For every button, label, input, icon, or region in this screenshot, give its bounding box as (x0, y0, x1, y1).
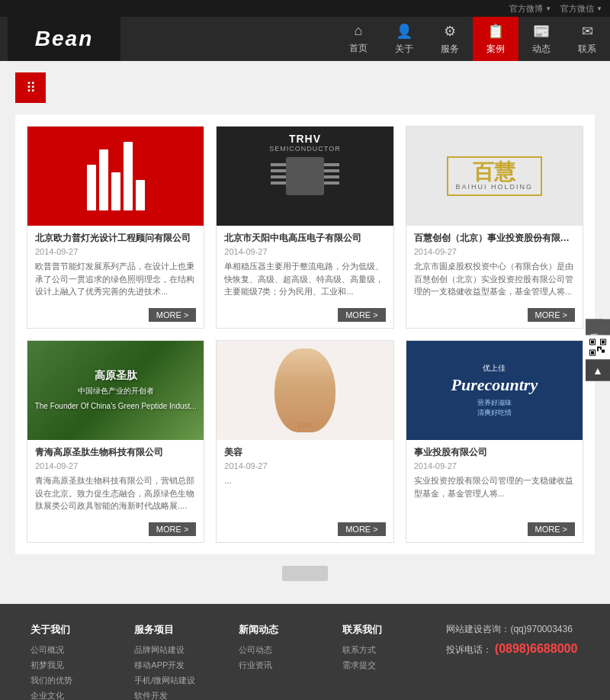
phone-label-text: 投诉电话： (446, 644, 492, 655)
youjia-top-text: 优上佳 (451, 363, 538, 374)
svg-rect-4 (271, 181, 286, 185)
footer-contact-title: 网站建设咨询：(qq)970003436 (446, 623, 580, 636)
footer-col-contact-info: 网站建设咨询：(qq)970003436 投诉电话： (0898)6688000 (446, 623, 580, 700)
case-image-3: 百慧 BAIHUI HOLDING (406, 127, 583, 226)
case-more-5: MORE > (217, 519, 393, 542)
weixin-label: 官方微信 (560, 3, 594, 14)
weibo-dropdown-icon: ▼ (545, 5, 551, 12)
footer-cols: 关于我们 公司概况 初梦我见 我们的优势 企业文化 服务项目 品牌网站建设 移动… (30, 623, 580, 700)
nav-item-news[interactable]: 📰 动态 (518, 17, 564, 61)
nav-item-service[interactable]: ⚙ 服务 (427, 17, 473, 61)
case-date-5: 2014-09-27 (224, 461, 385, 470)
more-btn-3[interactable]: MORE > (528, 308, 575, 322)
svg-rect-8 (324, 181, 339, 185)
logo[interactable]: Bean (8, 17, 120, 61)
header: Bean ⌂ 首页 👤 关于 ⚙ 服务 📋 案例 📰 动态 ✉ 联系 (0, 17, 610, 61)
case-more-3: MORE > (406, 304, 583, 328)
nav-item-about[interactable]: 👤 关于 (381, 17, 427, 61)
youjia-brand-text: Purecountry (451, 375, 538, 395)
svg-rect-7 (324, 175, 339, 178)
case-image-6: 优上佳 Purecountry 营养好滋味清爽好吃情 (406, 341, 583, 440)
footer-top: 关于我们 公司概况 初梦我见 我们的优势 企业文化 服务项目 品牌网站建设 移动… (0, 604, 610, 700)
case-date-2: 2014-09-27 (224, 247, 385, 256)
footer-link-service-1[interactable]: 品牌网站建设 (134, 644, 223, 656)
more-btn-6[interactable]: MORE > (528, 522, 575, 536)
case-title-3: 百慧创创（北京）事业投资股份有限公司 (414, 232, 575, 245)
more-btn-4[interactable]: MORE > (149, 522, 196, 536)
footer-link-about-4[interactable]: 企业文化 (30, 690, 119, 700)
more-btn-5[interactable]: MORE > (338, 522, 385, 536)
top-bar-links: 官方微博 ▼ 官方微信 ▼ (509, 3, 602, 14)
back-to-top-btn[interactable]: ▲ (586, 360, 610, 381)
right-sidebar: 客服 ▲ (586, 319, 610, 381)
bar1 (87, 165, 96, 210)
about-icon: 👤 (396, 23, 413, 40)
top-bar: 官方微博 ▼ 官方微信 ▼ (0, 0, 610, 17)
footer-link-news-2[interactable]: 行业资讯 (239, 660, 327, 671)
weibo-link[interactable]: 官方微博 ▼ (509, 3, 551, 14)
svg-rect-15 (602, 341, 605, 344)
baihui-cn-text: 百慧 (456, 162, 534, 183)
footer-link-contact-1[interactable]: 联系方式 (342, 644, 431, 656)
svg-rect-23 (600, 348, 602, 350)
youjia-slogan: 营养好滋味清爽好吃情 (451, 398, 538, 418)
main-nav: ⌂ 首页 👤 关于 ⚙ 服务 📋 案例 📰 动态 ✉ 联系 (336, 17, 610, 61)
svg-rect-25 (602, 350, 605, 353)
bar2 (99, 149, 108, 210)
bar4 (124, 142, 133, 210)
footer-link-about-2[interactable]: 初梦我见 (30, 660, 119, 671)
footer-link-about-1[interactable]: 公司概况 (30, 644, 119, 656)
case-title-6: 事业投股有限公司 (414, 446, 575, 459)
footer-link-news-1[interactable]: 公司动态 (239, 644, 327, 656)
footer-col-about: 关于我们 公司概况 初梦我见 我们的优势 企业文化 (30, 623, 119, 700)
more-btn-2[interactable]: MORE > (338, 308, 385, 322)
nav-label-about: 关于 (395, 43, 413, 56)
case-date-6: 2014-09-27 (414, 461, 575, 470)
weixin-dropdown-icon: ▼ (596, 5, 602, 12)
case-more-1: MORE > (27, 304, 204, 328)
svg-rect-6 (324, 169, 339, 172)
pagination-btn[interactable] (282, 566, 328, 581)
footer-link-about-3[interactable]: 我们的优势 (30, 675, 119, 686)
nav-item-contact[interactable]: ✉ 联系 (564, 17, 610, 61)
customer-service-btn[interactable]: 客服 (586, 319, 603, 336)
case-info-1: 北京欧力普灯光设计工程顾问有限公司 2014-09-27 欧普普节能灯发展系列产… (27, 226, 204, 304)
svg-rect-20 (599, 347, 600, 348)
main-content: ⠿ 欧力普 北京欧力普灯光设计工程顾问有限公司 (0, 61, 610, 604)
footer-link-service-4[interactable]: 软件开发 (134, 690, 223, 700)
footer-col-contact-title: 联系我们 (342, 623, 431, 637)
svg-rect-22 (597, 348, 599, 350)
news-icon: 📰 (533, 23, 550, 40)
footer-phone: (0898)6688000 (495, 642, 578, 655)
svg-rect-3 (271, 175, 286, 178)
weixin-link[interactable]: 官方微信 ▼ (560, 3, 602, 14)
baihui-border: 百慧 BAIHUI HOLDING (447, 156, 543, 196)
case-info-6: 事业投股有限公司 2014-09-27 实业投资控股有限公司管理的一支稳健收益型… (406, 440, 583, 519)
case-date-4: 2014-09-27 (35, 461, 196, 470)
footer-link-service-3[interactable]: 手机/微网站建设 (134, 675, 223, 686)
case-image-4: 高原圣肽 中国绿色产业的开创者The Founder Of China's Gr… (27, 341, 204, 440)
svg-rect-1 (271, 163, 286, 166)
service-icon: ⚙ (444, 23, 456, 40)
case-card-3: 百慧 BAIHUI HOLDING 百慧创创（北京）事业投资股份有限公司 201… (406, 126, 583, 329)
nav-item-cases[interactable]: 📋 案例 (473, 17, 518, 61)
footer-link-service-2[interactable]: 移动APP开发 (134, 660, 223, 671)
svg-rect-5 (324, 163, 339, 166)
nav-item-home[interactable]: ⌂ 首页 (336, 17, 381, 61)
footer-col-service-title: 服务项目 (134, 623, 223, 637)
nav-label-cases: 案例 (486, 43, 505, 56)
nav-label-news: 动态 (532, 43, 551, 56)
case-title-5: 美容 (224, 446, 385, 459)
footer-col-news-title: 新闻动态 (239, 623, 327, 637)
case-info-2: 北京市天阳中电高压电子有限公司 2014-09-27 单相稳压器主要用于整流电路… (217, 226, 393, 304)
footer-phone-label: 投诉电话： (0898)6688000 (446, 642, 580, 657)
svg-rect-21 (600, 347, 602, 348)
footer-col-contact: 联系我们 联系方式 需求提交 (342, 623, 431, 700)
nav-label-service: 服务 (441, 43, 459, 56)
case-desc-1: 欧普普节能灯发展系列产品，在设计上也秉承了公司一贯追求的绿色照明理念，在结构设计… (35, 260, 196, 298)
more-btn-1[interactable]: MORE > (149, 308, 196, 322)
case-title-1: 北京欧力普灯光设计工程顾问有限公司 (35, 232, 196, 245)
case-more-6: MORE > (406, 519, 583, 542)
footer-link-contact-2[interactable]: 需求提交 (342, 660, 431, 671)
section-header: ⠿ (15, 72, 595, 103)
